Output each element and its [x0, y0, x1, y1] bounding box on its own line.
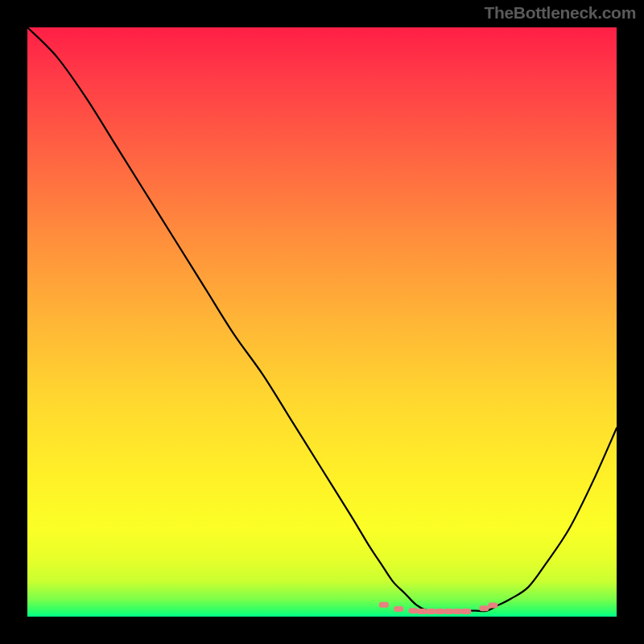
chart-svg: [27, 27, 617, 617]
valley-marker: [408, 608, 418, 613]
valley-marker: [426, 609, 436, 614]
valley-marker: [452, 609, 462, 614]
valley-marker: [435, 609, 444, 614]
valley-markers-group: [379, 602, 497, 614]
valley-marker: [379, 602, 389, 608]
valley-marker: [444, 609, 453, 614]
valley-marker: [488, 603, 497, 609]
valley-marker: [394, 606, 403, 612]
bottleneck-curve: [27, 27, 617, 611]
attribution-text: TheBottleneck.com: [484, 3, 636, 23]
valley-marker: [417, 609, 427, 614]
plot-area: [27, 27, 617, 617]
valley-marker: [461, 609, 471, 614]
chart-container: TheBottleneck.com: [0, 0, 644, 644]
valley-marker: [479, 605, 489, 611]
